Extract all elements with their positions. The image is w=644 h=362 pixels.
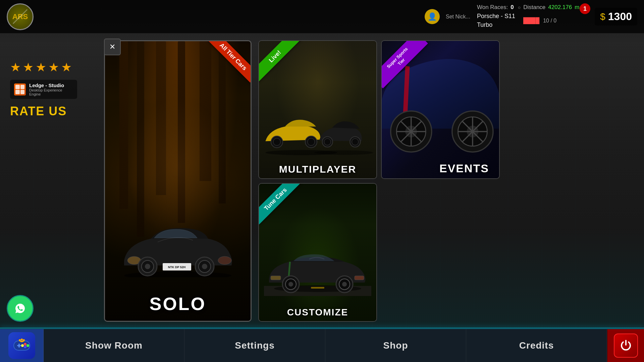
svg-point-16 [314,150,373,155]
studio-name: Ledge - Studio [29,82,73,88]
svg-rect-53 [18,344,20,348]
money-icon: $ [600,11,605,22]
left-panel: ★ ★ ★ ★ ★ Ledge - Studio Desktop Experie… [10,40,97,322]
svg-point-18 [324,139,330,145]
svg-point-5 [145,264,150,269]
customize-card[interactable]: CUSTOMIZE Tune Cars [258,183,377,322]
star-3: ★ [36,60,46,74]
rate-us-button[interactable]: RATE US [10,104,97,118]
studio-sub: Desktop Experience Engine [29,88,73,96]
distance-label: Distance [523,4,545,11]
app-logo: ARS [7,3,34,30]
shop-button[interactable]: Shop [325,329,466,362]
money-amount: 1300 [608,10,632,23]
top-right-grid: MULTIPLAYER Live! [258,40,500,322]
svg-text:NTK DP 52H: NTK DP 52H [168,265,185,269]
power-button[interactable] [607,329,644,362]
svg-point-2 [218,256,231,264]
star-1: ★ [10,60,21,74]
svg-point-13 [273,138,280,145]
distance-value: 4202.176 [548,4,572,11]
rating-stars: ★ ★ ★ ★ ★ [10,60,97,74]
multiplayer-card[interactable]: MULTIPLAYER Live! [258,40,377,179]
svg-point-20 [352,139,358,145]
star-5: ★ [61,60,72,74]
multiplayer-label: MULTIPLAYER [279,164,356,175]
svg-rect-39 [355,276,364,280]
multiplayer-cars [259,106,376,160]
events-label: EVENTS [439,162,489,175]
credits-button[interactable]: Credits [466,329,607,362]
notification-badge: 1 [580,3,590,14]
whatsapp-button[interactable] [7,295,34,322]
money-display: $ 1300 [595,8,637,25]
solo-label: SOLO [149,293,206,314]
set-nick-label[interactable]: Set Nick... [446,14,470,20]
settings-button[interactable]: Settings [184,329,325,362]
star-4: ★ [48,60,59,74]
won-races-value: 0 [511,4,514,11]
show-room-button[interactable]: Show Room [44,329,184,362]
customize-car-display [264,242,371,303]
level-bar: ████ [523,17,539,24]
solo-car-display: NTK DP 52H [114,217,241,291]
power-icon [614,334,638,358]
studio-logo: Ledge - Studio Desktop Experience Engine [10,80,77,99]
main-content: ★ ★ ★ ★ ★ Ledge - Studio Desktop Experie… [0,34,644,328]
top-bar: ARS 1 👤 Set Nick... Won Races: 0 ○ Dista… [0,0,644,34]
solo-card[interactable]: NTK DP 52H SOLO All Tier Cars [104,40,252,322]
home-icon [8,332,35,359]
svg-point-8 [202,264,207,269]
all-tier-ribbon: All Tier Cars [197,41,251,95]
svg-point-51 [21,344,24,347]
svg-point-50 [24,346,26,348]
won-races-label: Won Races: [477,4,508,11]
bottom-nav: Show Room Settings Shop Credits [0,328,644,362]
close-button[interactable]: ✕ [104,39,121,55]
svg-point-15 [308,138,315,145]
svg-point-48 [24,343,26,346]
super-sports-ribbon: Super SportsTier [382,41,435,95]
events-card[interactable]: EVENTS Super SportsTier [381,40,500,179]
live-ribbon: Live! [259,41,306,88]
customize-label: CUSTOMIZE [287,307,348,318]
solo-section: ✕ [104,40,252,322]
studio-icon [14,83,26,96]
level-display: 10 / 0 [543,18,556,23]
right-panel: MULTIPLAYER Live! [258,40,500,322]
home-button[interactable] [0,329,44,362]
svg-point-42 [288,282,293,287]
svg-point-49 [26,344,29,347]
distance-suffix: m [575,4,579,11]
car-name: Porsche - S11 Turbo [477,12,515,29]
star-2: ★ [23,60,34,74]
svg-point-55 [21,339,23,341]
svg-point-45 [342,282,347,287]
player-avatar: 👤 [425,9,440,24]
tune-cars-ribbon: Tune Cars [259,184,306,231]
svg-rect-38 [271,276,281,280]
